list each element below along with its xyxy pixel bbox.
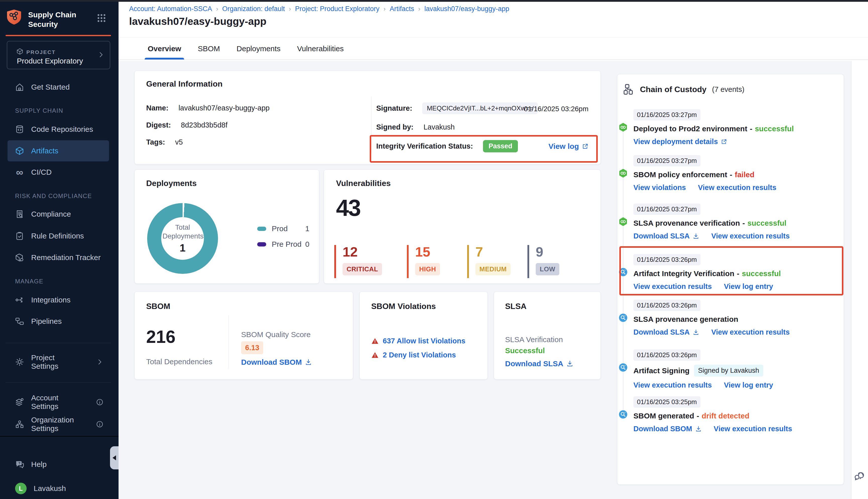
sidebar-item-artifacts[interactable]: Artifacts	[8, 140, 109, 161]
sidebar-item-get-started[interactable]: Get Started	[8, 76, 109, 98]
sidebar: Supply Chain Security PROJECT Product Ex…	[0, 0, 119, 499]
event-status: successful	[742, 269, 781, 278]
avatar: L	[15, 483, 27, 494]
org-gear-icon	[15, 420, 24, 429]
custody-event: 01/16/2025 03:27pmSLSA provenance verifi…	[634, 204, 836, 240]
scan-step-icon	[618, 268, 628, 277]
brand-accent-rule	[5, 35, 111, 36]
artifact-digest: 8d23bd3b5d8f	[181, 121, 227, 129]
deny-list-violations-link[interactable]: 2 Deny list Violations	[383, 351, 456, 359]
sidebar-item-label: Code Repositories	[31, 125, 93, 134]
event-link[interactable]: View execution results	[711, 328, 789, 336]
sidebar-item-account-settings[interactable]: Account Settings	[8, 392, 109, 413]
sidebar-item-project-settings[interactable]: Project Settings	[8, 351, 109, 373]
event-timestamp: 01/16/2025 03:27pm	[634, 204, 700, 215]
tab-deployments[interactable]: Deployments	[236, 38, 281, 60]
vulnerabilities-card: Vulnerabilities 43 12 CRITICAL 15 HIGH 7…	[324, 169, 601, 284]
info-icon[interactable]	[96, 421, 104, 428]
event-link[interactable]: Download SBOM	[634, 425, 702, 433]
event-timestamp: 01/16/2025 03:26pm	[634, 349, 700, 361]
sidebar-item-integrations[interactable]: Integrations	[8, 289, 109, 311]
event-link[interactable]: View violations	[634, 183, 686, 192]
donut-center-value: 1	[180, 242, 185, 254]
slsa-status: Successful	[505, 346, 545, 355]
sidebar-user[interactable]: L Lavakush	[8, 478, 109, 499]
event-title: SLSA provenance verification-successful	[634, 219, 836, 228]
info-icon[interactable]	[96, 398, 104, 406]
download-icon	[695, 426, 702, 432]
sidebar-item-compliance[interactable]: Compliance	[8, 204, 109, 224]
download-sbom-link[interactable]: Download SBOM	[241, 358, 312, 366]
download-slsa-link[interactable]: Download SLSA	[505, 360, 574, 368]
project-kicker: PROJECT	[26, 49, 56, 55]
tab-sbom[interactable]: SBOM	[197, 38, 221, 60]
medium-badge: MEDIUM	[475, 263, 510, 275]
event-link[interactable]: View log entry	[724, 282, 773, 291]
sidebar-item-cicd[interactable]: ∞ CI/CD	[8, 162, 109, 183]
slsa-verification-label: SLSA Verification	[505, 335, 563, 344]
sidebar-item-label: Remediation Tracker	[31, 253, 101, 262]
sidebar-item-rule-definitions[interactable]: Rule Definitions	[8, 226, 109, 246]
sidebar-item-organization-settings[interactable]: Organization Settings	[8, 414, 109, 435]
sidebar-item-remediation-tracker[interactable]: Remediation Tracker	[8, 247, 109, 268]
panel-title: Chain of Custody	[640, 85, 707, 94]
event-timestamp: 01/16/2025 03:26pm	[634, 254, 700, 265]
gear-icon	[15, 357, 24, 366]
warning-triangle-icon	[371, 351, 379, 359]
card-title: General Information	[146, 79, 222, 89]
breadcrumb-organization[interactable]: Organization: default	[222, 5, 285, 13]
signed-by-value: Lavakush	[423, 123, 455, 131]
event-link[interactable]: View execution results	[634, 381, 712, 389]
chain-of-custody-panel: Chain of Custody (7 events) 01/16/2025 0…	[617, 74, 844, 485]
sidebar-item-label: Compliance	[31, 210, 71, 218]
event-link[interactable]: View execution results	[714, 425, 792, 433]
allow-list-violations-link[interactable]: 637 Allow list Violations	[383, 337, 466, 345]
clipboard-check-icon	[15, 231, 24, 241]
breadcrumb-project[interactable]: Project: Product Exploratory	[295, 5, 379, 13]
deny-list-violations-row: 2 Deny list Violations	[371, 351, 456, 359]
event-link[interactable]: Download SLSA	[634, 328, 699, 336]
scan-step-icon	[618, 363, 628, 372]
breadcrumb-current[interactable]: lavakush07/easy-buggy-app	[424, 5, 509, 13]
sidebar-item-label: Project Settings	[31, 353, 82, 370]
home-icon	[15, 83, 24, 92]
view-log-link[interactable]: View log	[548, 142, 589, 150]
app-switcher-grid-icon[interactable]	[97, 14, 106, 23]
event-title: SBOM generated-drift detected	[634, 412, 836, 420]
card-title: SLSA	[505, 302, 527, 311]
deployment-link-icon	[618, 123, 628, 132]
project-selector[interactable]: PROJECT Product Exploratory	[7, 41, 110, 69]
critical-badge: CRITICAL	[342, 263, 382, 275]
sbom-total-label: Total Dependencies	[146, 357, 213, 366]
event-timestamp: 01/16/2025 03:26pm	[634, 300, 700, 311]
sidebar-item-code-repositories[interactable]: Code Repositories	[8, 119, 109, 140]
sidebar-divider	[5, 343, 111, 343]
sidebar-item-label: Account Settings	[31, 393, 82, 411]
svg-text:?: ?	[18, 461, 20, 465]
event-title: Artifact SigningSigned by Lavakush	[634, 365, 836, 377]
sidebar-item-pipelines[interactable]: Pipelines	[8, 311, 109, 332]
breadcrumb-artifacts[interactable]: Artifacts	[390, 5, 414, 13]
event-link[interactable]: View deployment details	[634, 137, 727, 146]
project-cube-icon	[16, 48, 23, 55]
event-link[interactable]: Download SLSA	[634, 232, 699, 240]
tab-vulnerabilities[interactable]: Vulnerabilities	[296, 38, 345, 60]
chat-bubbles-icon[interactable]	[854, 471, 865, 482]
sitemap-icon	[623, 84, 635, 95]
digest-row: Digest:8d23bd3b5d8f	[146, 121, 228, 129]
sidebar-item-help[interactable]: ? Help	[8, 454, 109, 475]
event-link[interactable]: View execution results	[634, 282, 712, 291]
artifact-name: lavakush07/easy-buggy-app	[179, 104, 270, 112]
tab-overview[interactable]: Overview	[147, 38, 182, 60]
events-count: (7 events)	[712, 85, 745, 94]
artifact-tags: v5	[175, 138, 183, 146]
layers-gear-icon	[15, 398, 24, 406]
signed-by-row: Signed by:Lavakush	[376, 123, 455, 131]
event-link[interactable]: View execution results	[711, 232, 789, 240]
event-link[interactable]: View log entry	[724, 381, 773, 389]
sidebar-collapse-handle[interactable]	[110, 446, 119, 470]
signature-value-chip[interactable]: MEQCICde2VjIT...bL+2+mqnOXw==	[422, 102, 538, 114]
sbom-violations-card: SBOM Violations 637 Allow list Violation…	[359, 291, 488, 379]
breadcrumb-account[interactable]: Account: Automation-SSCA	[129, 5, 212, 13]
event-link[interactable]: View execution results	[698, 183, 776, 192]
